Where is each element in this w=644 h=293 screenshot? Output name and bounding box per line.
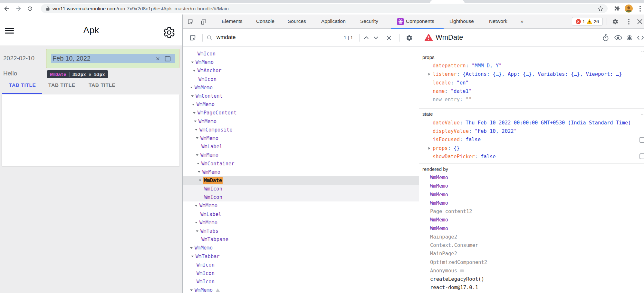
clear-date-icon[interactable]: ×	[156, 55, 160, 63]
calendar-icon[interactable]	[164, 55, 171, 62]
expand-arrow-icon[interactable]	[193, 70, 197, 72]
tree-row[interactable]: WmAnchor	[183, 66, 419, 75]
tree-row[interactable]: WmPageContent	[183, 109, 419, 117]
inspect-element-icon[interactable]	[186, 15, 194, 29]
devtools-settings-gear-icon[interactable]	[611, 15, 620, 29]
kv-row[interactable]: listener:{Actions: {…}, App: {…}, Variab…	[419, 70, 644, 78]
tree-row[interactable]: WmMemo	[183, 58, 419, 66]
rendered-by-item[interactable]: OptimizedComponent2	[430, 258, 644, 266]
rendered-by-item[interactable]: react-dom@17.0.1	[430, 283, 644, 292]
expand-arrow-icon[interactable]	[197, 163, 201, 164]
previous-match-icon[interactable]	[362, 29, 370, 47]
devtools-tab-more[interactable]: »	[521, 18, 524, 24]
components-settings-gear-icon[interactable]	[405, 29, 413, 47]
copy-state-icon[interactable]	[641, 109, 644, 114]
kv-row[interactable]: datepattern:"MMM D, Y"	[419, 62, 644, 70]
devtools-tab-elements[interactable]: Elements	[222, 18, 243, 24]
reload-button[interactable]	[26, 3, 34, 14]
expand-arrow-icon[interactable]	[196, 230, 200, 232]
copy-props-icon[interactable]	[641, 52, 644, 57]
kv-row[interactable]: new entry:""	[419, 95, 644, 104]
rendered-by-item[interactable]: WmMemo	[430, 190, 644, 199]
expand-arrow-icon[interactable]	[190, 247, 195, 249]
tab-title-2[interactable]: TAB TITLE	[48, 82, 75, 88]
devtools-tab-application[interactable]: Application	[321, 18, 346, 24]
next-match-icon[interactable]	[372, 29, 380, 47]
showdatepicker-checkbox[interactable]	[639, 153, 644, 159]
clear-search-icon[interactable]	[385, 29, 393, 47]
expand-arrow-icon[interactable]	[198, 171, 202, 173]
avatar[interactable]	[624, 3, 633, 14]
tree-row[interactable]: WmIcon	[183, 50, 419, 58]
address-bar[interactable]: wm11.wavemakeronline.com/run-7x9x2d8c1p/…	[41, 4, 608, 13]
tree-row[interactable]: WmMemo	[183, 219, 419, 227]
tree-row[interactable]: WmIcon	[183, 75, 419, 83]
expand-arrow-icon[interactable]	[195, 205, 199, 207]
tree-row[interactable]: WmMemo	[183, 244, 419, 252]
kv-row[interactable]: showDatePicker:false	[419, 152, 644, 161]
devtools-tab-security[interactable]: Security	[360, 18, 378, 24]
tree-row[interactable]: WmTabbar	[183, 252, 419, 261]
bookmark-star-icon[interactable]	[597, 5, 604, 12]
rendered-by-item[interactable]: MainPage2	[430, 249, 644, 258]
expand-arrow-icon[interactable]	[190, 289, 195, 291]
expand-arrow-icon[interactable]	[196, 137, 200, 139]
kv-row[interactable]: props:{}	[419, 144, 644, 152]
expand-arrow-icon[interactable]	[193, 112, 197, 114]
tree-row[interactable]: WmMemo	[183, 151, 419, 159]
rendered-by-item[interactable]: WmMemo	[430, 224, 644, 232]
tree-row[interactable]: WmMemo	[183, 168, 419, 176]
expand-arrow-icon[interactable]	[194, 121, 198, 122]
tree-row[interactable]: WmIcon	[183, 278, 419, 286]
rendered-by-item[interactable]: Context.Consumer	[430, 241, 644, 249]
rendered-by-item[interactable]: WmMemo	[430, 173, 644, 182]
tree-row[interactable]: WmIcon	[183, 269, 419, 278]
inspect-dom-eye-icon[interactable]	[614, 29, 622, 47]
kv-row[interactable]: name:"date1"	[419, 87, 644, 95]
expand-arrow-icon[interactable]	[191, 256, 196, 257]
browser-menu-kebab-icon[interactable]	[637, 3, 644, 14]
log-component-bug-icon[interactable]	[625, 29, 634, 47]
expand-arrow-icon[interactable]	[191, 62, 196, 63]
device-toolbar-icon[interactable]	[199, 15, 208, 29]
app-settings-gear-icon[interactable]	[163, 26, 175, 39]
date-input[interactable]: Feb 10, 2022 ×	[51, 54, 175, 63]
isfocused-checkbox[interactable]	[639, 137, 644, 143]
expand-arrow-icon[interactable]	[196, 154, 200, 156]
active-browser-tab[interactable]	[430, 0, 465, 3]
tree-row[interactable]: WmComposite	[183, 126, 419, 134]
kv-row[interactable]: locale:"en"	[419, 79, 644, 87]
rendered-by-item[interactable]: WmMemo	[430, 216, 644, 224]
kv-row[interactable]: displayValue:"Feb 10, 2022"	[419, 127, 644, 135]
tree-row[interactable]: WmIcon	[183, 185, 419, 193]
tree-row[interactable]: WmIcon	[183, 261, 419, 269]
tree-row[interactable]: WmMemo	[183, 286, 419, 293]
expand-arrow-icon[interactable]	[195, 129, 199, 131]
rendered-by-item[interactable]: createLegacyRoot()	[430, 275, 644, 283]
rendered-by-item[interactable]: WmMemo	[430, 182, 644, 190]
tree-row[interactable]: WmMemo	[183, 201, 419, 210]
suspense-timer-icon[interactable]	[601, 29, 610, 47]
tree-row[interactable]: WmContent	[183, 92, 419, 100]
expand-arrow-icon[interactable]	[192, 104, 197, 105]
console-status-badges[interactable]: ✕ 1 26	[572, 17, 603, 26]
devtools-tab-sources[interactable]: Sources	[288, 18, 306, 24]
devtools-close-icon[interactable]	[636, 15, 644, 29]
tab-title-1[interactable]: TAB TITLE	[9, 82, 36, 88]
devtools-tab-console[interactable]: Console	[256, 18, 274, 24]
back-button[interactable]	[3, 3, 11, 14]
devtools-tab-network[interactable]: Network	[489, 18, 507, 24]
tree-row[interactable]: WmLabel	[183, 210, 419, 219]
tab-title-3[interactable]: TAB TITLE	[89, 82, 115, 88]
tree-row[interactable]: WmMemo	[183, 117, 419, 126]
tree-row[interactable]: WmLabel	[183, 142, 419, 151]
tree-row[interactable]: WmMemo	[183, 100, 419, 109]
devtools-tab-components[interactable]: Components	[406, 18, 434, 24]
expand-arrow-icon[interactable]	[199, 180, 203, 181]
devtools-menu-kebab-icon[interactable]	[625, 15, 633, 29]
tree-row[interactable]: WmIcon	[183, 193, 419, 201]
tree-row[interactable]: WmTabpane	[183, 235, 419, 244]
search-input[interactable]: wmdate	[216, 34, 236, 41]
rendered-by-item[interactable]: Page_content12	[430, 207, 644, 216]
expand-arrow-icon[interactable]	[428, 73, 433, 75]
